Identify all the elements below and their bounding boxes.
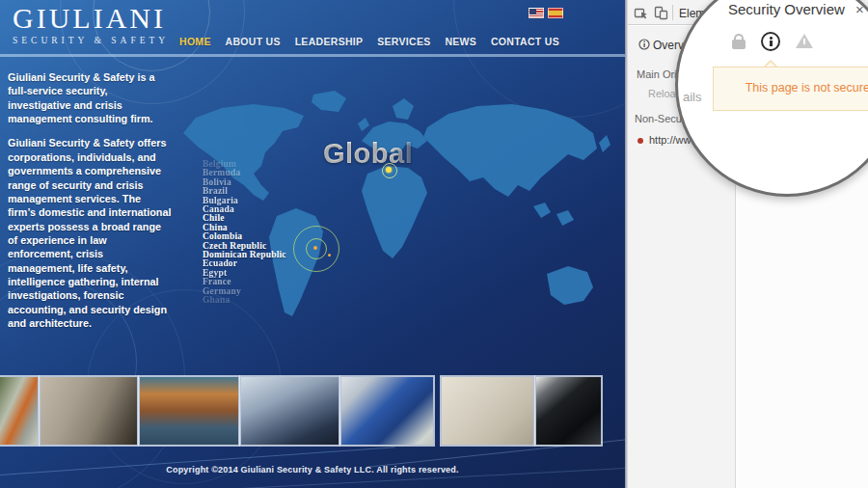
nav-item-news[interactable]: NEWS xyxy=(445,36,476,47)
photo-pedestrian xyxy=(442,377,533,445)
map-marker-dot-south-america xyxy=(313,246,317,250)
partial-details-text: ails xyxy=(683,90,702,104)
map-headline: Global xyxy=(323,138,413,170)
nav-item-home[interactable]: HOME xyxy=(179,36,211,47)
photo-shipping-port xyxy=(140,377,238,445)
map-marker-dot-europe xyxy=(386,167,392,173)
photo-inspector xyxy=(341,377,433,445)
warning-triangle-icon xyxy=(796,34,813,48)
insecure-origin-dot-icon xyxy=(637,138,643,144)
photo-hazmat-crew xyxy=(0,377,38,445)
nav-item-services[interactable]: SERVICES xyxy=(377,36,430,47)
footer-copyright: Copyright ©2014 Giuliani Security & Safe… xyxy=(0,465,625,474)
nav-item-leadership[interactable]: LEADERSHIP xyxy=(295,36,364,47)
not-secure-message: This page is not secure. xyxy=(714,81,868,95)
photo-strip xyxy=(0,377,601,445)
photo-black-car xyxy=(536,377,601,445)
nav-item-about-us[interactable]: ABOUT US xyxy=(226,36,281,47)
nav-item-contact-us[interactable]: CONTACT US xyxy=(491,36,559,47)
devtools-panel: Elements Overview Main Origin Reload t N… xyxy=(628,0,868,488)
country-list-item: Canada xyxy=(203,205,286,214)
map-marker-dot-south-america xyxy=(328,254,331,257)
toolbar-separator xyxy=(672,5,673,20)
device-toolbar-icon[interactable] xyxy=(654,6,668,20)
photo-handshake xyxy=(41,377,137,445)
lock-icon xyxy=(732,40,746,49)
inspect-element-icon[interactable] xyxy=(634,6,648,20)
intro-paragraph-1: Giuliani Security & Safety is a full-ser… xyxy=(8,70,172,125)
global-presence-country-list: BelgiumBermudaBoliviaBrazilBulgariaCanad… xyxy=(203,160,286,306)
language-switcher xyxy=(529,8,563,18)
info-icon xyxy=(761,32,780,51)
info-icon xyxy=(638,39,650,50)
security-warning-callout: This page is not secure. xyxy=(713,67,868,111)
intro-text: Giuliani Security & Safety is a full-ser… xyxy=(8,70,172,340)
site-logo[interactable]: GIULIANI SECURITY & SAFETY xyxy=(13,2,169,45)
photo-business-meeting xyxy=(241,377,339,445)
world-map: BelgiumBermudaBoliviaBrazilBulgariaCanad… xyxy=(169,85,624,366)
nav-separator xyxy=(0,54,625,57)
logo-tagline: SECURITY & SAFETY xyxy=(13,36,169,45)
country-list-item: Ghana xyxy=(203,296,286,305)
us-flag-icon[interactable] xyxy=(529,8,544,18)
main-navigation: HOMEABOUT USLEADERSHIPSERVICESNEWSCONTAC… xyxy=(179,36,559,47)
logo-wordmark: GIULIANI xyxy=(13,2,169,35)
close-icon[interactable]: × xyxy=(855,1,864,17)
security-overview-title: Security Overview xyxy=(728,1,845,17)
spain-flag-icon[interactable] xyxy=(548,8,563,18)
intro-paragraph-2: Giuliani Security & Safety offers corpor… xyxy=(8,136,172,330)
screenshot-root: GIULIANI SECURITY & SAFETY HOMEABOUT USL… xyxy=(0,0,868,488)
giuliani-website: GIULIANI SECURITY & SAFETY HOMEABOUT USL… xyxy=(0,0,625,488)
